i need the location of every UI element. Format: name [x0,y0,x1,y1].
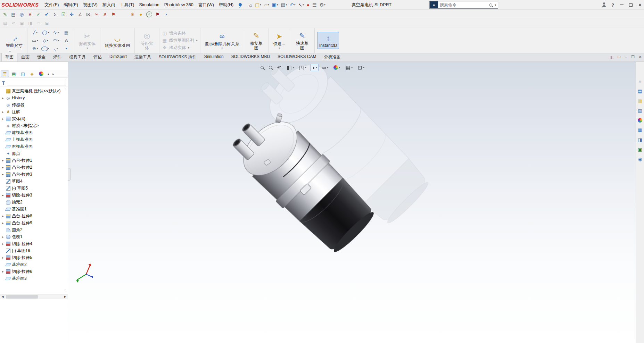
pane-horizontal-icon[interactable]: ⊟ [618,55,621,59]
help-icon[interactable]: ? [611,2,614,8]
view-settings-button[interactable]: ⊡▾ [356,64,366,71]
polygon-tool[interactable]: ◇▾ [40,38,51,43]
forum-button[interactable]: ◉ [637,156,643,162]
menu-item-7[interactable]: 窗口(W) [196,0,216,10]
decals-button[interactable]: ◨ [637,136,643,143]
sketch-fillet-tool[interactable]: ◟▾ [51,46,61,51]
panel-tab-right-arrow[interactable]: ▸ [51,72,56,76]
grid-gray-icon[interactable]: ⊞ [44,20,50,26]
doc-close-button[interactable]: ✕ [639,55,642,59]
angle-measure-icon[interactable]: ∠ [76,11,84,18]
tree-item[interactable]: ◈材质 <未指定> [0,122,68,129]
menu-item-3[interactable]: 插入(I) [100,0,118,10]
circle-tool[interactable]: ◯▾ [40,30,51,35]
tab-3[interactable]: 焊件 [49,53,65,61]
relations-dropdown-caret[interactable]: ▾ [221,47,223,50]
rebuild-red-sphere-button[interactable]: ● [306,1,311,9]
zoom-fit-button[interactable] [259,65,265,70]
tab-7[interactable]: 渲染工具 [131,53,155,61]
search-input[interactable] [438,2,489,7]
tree-item[interactable]: 基准面2 [0,261,68,268]
repair-sketch-button[interactable]: ✎ 修复草图 [247,30,266,51]
instant2d-button[interactable]: ↕ Instant2D [317,32,339,49]
open-button[interactable]: ▱▾ [263,1,270,9]
undo-button[interactable]: ↶▾ [289,1,296,9]
tree-item[interactable]: (-) 草图16 [0,247,68,254]
zoom-area-button[interactable] [267,65,273,70]
stamp-gray-icon[interactable]: ◨ [27,20,33,26]
expand-caret-icon[interactable]: ▸ [1,194,5,197]
tree-filter-input[interactable] [7,79,66,85]
displaymanager-tab[interactable] [37,70,45,77]
trash-gray-icon[interactable]: ▭ [35,20,42,26]
circle-caret[interactable]: ▾ [48,31,49,34]
apply-scene-button[interactable]: ▦▾ [344,64,354,71]
expand-caret-icon[interactable]: ▸ [1,173,5,176]
propeller-icon[interactable]: ✣ [68,11,75,18]
tab-4[interactable]: 模具工具 [65,53,90,61]
rapid-sketch-button[interactable]: ✎ 快速草图 [292,30,312,51]
featuremanager-tab[interactable]: ☰ [1,70,9,77]
tree-item[interactable]: ⌖原点 [0,150,68,157]
tree-item[interactable]: ▸凸台-拉伸1 [0,157,68,164]
line-caret[interactable]: ▾ [36,31,38,34]
previous-view-button[interactable]: ↶ [276,64,283,71]
section-view-caret[interactable]: ▾ [293,66,294,69]
tab-1[interactable]: 曲面 [17,53,33,61]
tree-root-item[interactable]: 真空泵电机 (默认<<默认>) [0,87,68,94]
globe-document-icon[interactable]: ◎ [18,11,25,18]
apply-scene-caret[interactable]: ▾ [351,66,353,69]
view-settings-caret[interactable]: ▾ [363,66,365,69]
tree-item[interactable]: ▸切除-拉伸4 [0,240,68,247]
paste-gray-icon[interactable]: ▤ [2,20,8,26]
configurationmanager-tab[interactable]: ◫ [19,70,27,77]
menu-item-4[interactable]: 工具(T) [117,0,137,10]
sketch-picture-tool[interactable]: ▦ [61,30,72,35]
scissors-icon[interactable]: ✂ [93,11,100,18]
hide-show-items-button[interactable]: ∞▾ [321,64,330,71]
pane-split-icon[interactable]: ◫ [610,55,613,59]
edit-appearance-caret[interactable]: ▾ [339,66,340,69]
green-check-circle-icon[interactable]: ✓ [146,11,152,17]
tree-item[interactable]: ▸切除-拉伸5 [0,254,68,261]
tree-scroll-down-caret[interactable]: ˇ [65,290,66,293]
tab-8[interactable]: SOLIDWORKS 插件 [155,53,200,61]
convert-entities-button[interactable]: ◡ 转换实体引用 [103,32,132,49]
tree-item[interactable]: (-) 草图5 [0,185,68,192]
menu-item-0[interactable]: 文件(F) [42,0,61,10]
scroll-right-arrow[interactable]: ▶ [63,295,68,298]
tree-item[interactable]: ▸包覆1 [0,233,68,240]
gold-sphere-icon[interactable]: ● [137,11,145,18]
text-tool[interactable]: A [61,38,72,43]
tab-5[interactable]: 评估 [90,53,106,61]
view-orientation-caret[interactable]: ▾ [305,66,306,69]
print-caret[interactable]: ▾ [286,3,287,6]
tab-9[interactable]: Simulation [200,53,228,61]
tree-item[interactable]: 右视基准面 [0,143,68,150]
polygon-caret[interactable]: ▾ [47,39,48,42]
quick-snaps-button[interactable]: ➤ 快速... ▾ [271,30,287,51]
section-view-button[interactable]: ◧▾ [286,64,296,71]
tree-item[interactable]: ▸凸台-拉伸2 [0,164,68,171]
tree-item[interactable]: ▸A注解 [0,108,68,115]
tree-item[interactable]: 前视基准面 [0,129,68,136]
expand-caret-icon[interactable]: ▸ [1,270,5,273]
panel-splitter-handle[interactable] [68,168,71,181]
options-gear-caret[interactable]: ▾ [324,3,325,6]
tree-item[interactable]: ▸切除-拉伸6 [0,268,68,275]
checked-box-icon[interactable]: ☑ [60,11,67,18]
expand-caret-icon[interactable]: ▸ [1,117,5,120]
display-style-button[interactable]: ◑▾ [310,64,319,71]
close-button[interactable]: ✕ [638,2,642,8]
tree-item[interactable]: 草图4 [0,178,68,185]
orange-burst-icon[interactable]: ✳ [129,11,136,18]
save-caret[interactable]: ▾ [277,3,278,6]
rectangle-tool[interactable]: ▭▾ [30,38,40,43]
expand-caret-icon[interactable]: ▸ [1,110,5,114]
arc-caret[interactable]: ▾ [58,39,59,42]
display-style-caret[interactable]: ▾ [316,66,317,69]
notebook-icon[interactable]: ▤ [10,11,17,18]
display-delete-relations-button[interactable]: ∞ 显示/删除几何关系 ▾ [203,30,241,51]
search-box[interactable]: » ▾ [429,1,498,9]
sketch-fillet-caret[interactable]: ▾ [57,47,58,50]
